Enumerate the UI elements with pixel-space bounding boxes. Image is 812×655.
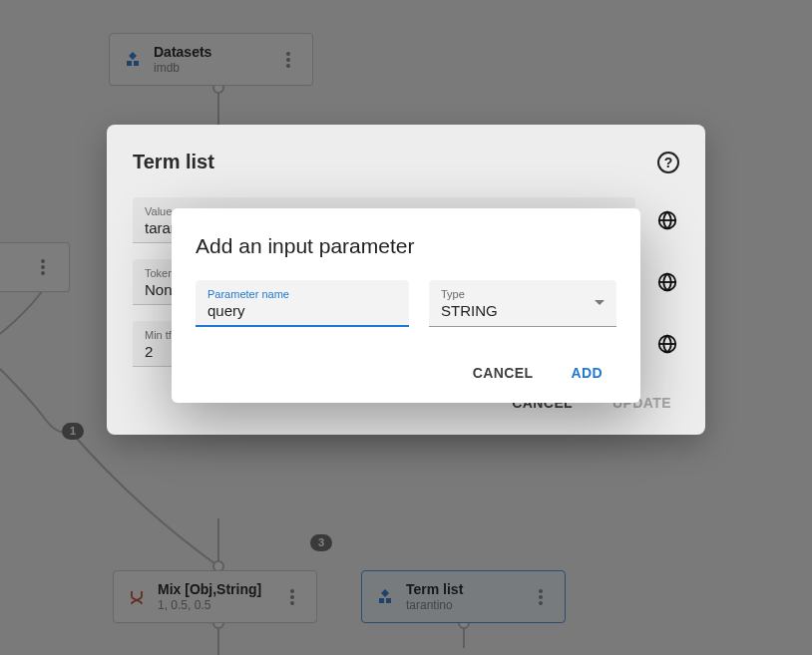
cancel-button[interactable]: CANCEL [471, 361, 536, 385]
globe-icon[interactable] [655, 332, 679, 356]
help-icon[interactable]: ? [657, 152, 679, 173]
dialog-title: Term list [133, 151, 214, 173]
add-parameter-dialog: Add an input parameter Parameter name Ty… [172, 208, 640, 403]
field-label: Type [441, 288, 605, 300]
add-button[interactable]: ADD [569, 361, 605, 385]
parameter-name-input[interactable] [207, 302, 397, 319]
select-value: STRING [441, 302, 605, 319]
dialog-title: Add an input parameter [196, 234, 616, 258]
chevron-down-icon [595, 300, 605, 306]
parameter-type-select[interactable]: Type STRING [429, 280, 616, 327]
parameter-name-field[interactable]: Parameter name [196, 280, 409, 327]
globe-icon[interactable] [655, 208, 679, 232]
field-label: Parameter name [207, 288, 397, 300]
globe-icon[interactable] [655, 270, 679, 294]
